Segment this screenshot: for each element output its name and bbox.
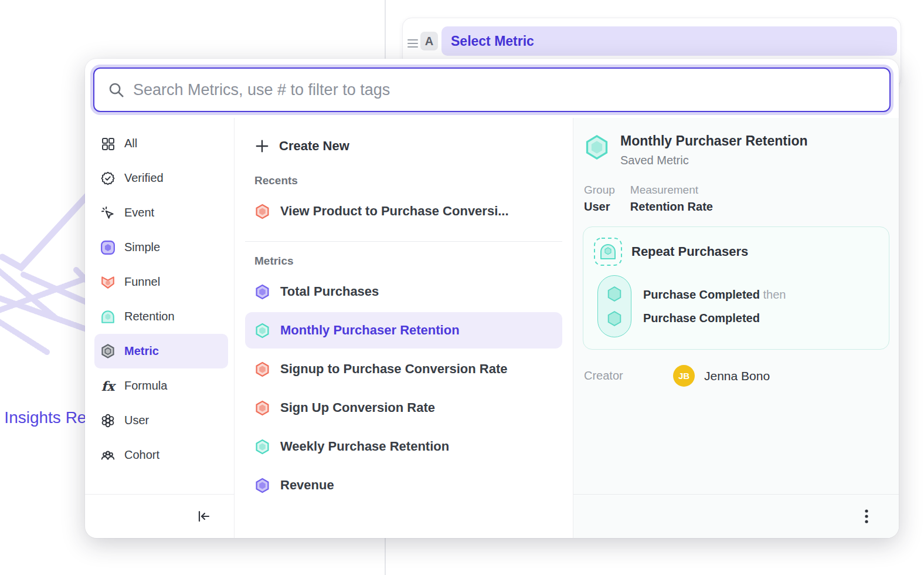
definition-step-1: Purchase Completed then — [643, 288, 786, 302]
cohort-icon — [100, 448, 116, 463]
metric-item-weekly-purchase-retention[interactable]: Weekly Purchase Retention — [245, 428, 562, 465]
metric-hexagon-icon — [254, 284, 270, 300]
group-label: Group — [584, 184, 615, 197]
metric-hexagon-icon — [254, 439, 270, 455]
creator-label: Creator — [584, 369, 673, 383]
sidebar-footer — [85, 494, 234, 538]
recent-metric-item[interactable]: View Product to Purchase Conversi... — [245, 193, 562, 229]
sidebar-item-label: All — [124, 137, 137, 150]
sidebar-item-label: Formula — [124, 379, 167, 393]
sidebar-item-metric[interactable]: Metric — [94, 334, 228, 368]
metric-hexagon-icon — [254, 478, 270, 493]
metric-item-signup-to-purchase-conversion-rate[interactable]: Signup to Purchase Conversion Rate — [245, 351, 562, 387]
retention-icon — [100, 309, 116, 324]
metric-definition-card: Repeat Purchasers Purchase Completed the… — [583, 226, 889, 350]
creator-row: Creator JB Jenna Bono — [573, 350, 899, 387]
metric-item-monthly-purchaser-retention[interactable]: Monthly Purchaser Retention — [245, 312, 562, 349]
sidebar-item-event[interactable]: Event — [94, 195, 228, 230]
sidebar-item-label: Funnel — [124, 275, 160, 289]
sidebar-item-label: Metric — [124, 344, 159, 358]
get-started-text: et started. — [0, 372, 87, 393]
sidebar-item-label: Event — [124, 206, 154, 219]
metric-item-sign-up-conversion-rate[interactable]: Sign Up Conversion Rate — [245, 390, 562, 426]
drag-handle-icon[interactable] — [407, 39, 418, 48]
kebab-menu-icon — [860, 509, 873, 524]
search-box[interactable] — [93, 67, 891, 112]
sidebar-item-label: Cohort — [124, 448, 159, 462]
detail-meta: Group User Measurement Retention Rate — [573, 167, 899, 214]
metric-hexagon-icon — [254, 323, 270, 339]
metric-item-label: Weekly Purchase Retention — [280, 439, 449, 454]
more-options-button[interactable] — [857, 505, 877, 527]
group-value: User — [584, 200, 615, 214]
recents-section-label: Recents — [254, 174, 573, 187]
definition-name: Repeat Purchasers — [631, 244, 748, 259]
metric-item-label: View Product to Purchase Conversi... — [280, 204, 509, 219]
sidebar-item-verified[interactable]: Verified — [94, 161, 228, 195]
metric-item-label: Sign Up Conversion Rate — [280, 400, 435, 415]
metric-icon — [100, 344, 116, 359]
saved-metric-hexagon-icon — [584, 134, 610, 160]
sidebar-item-label: Retention — [124, 310, 175, 323]
sidebar-item-cohort[interactable]: Cohort — [94, 438, 228, 472]
creator-name: Jenna Bono — [704, 369, 770, 383]
retention-steps-capsule-icon — [597, 275, 631, 337]
sidebar-item-funnel[interactable]: Funnel — [94, 265, 228, 299]
search-input[interactable] — [133, 72, 889, 107]
section-divider — [245, 241, 562, 242]
sidebar-item-label: Simple — [124, 241, 160, 254]
metric-hexagon-icon — [254, 361, 270, 377]
sidebar-item-simple[interactable]: Simple — [94, 230, 228, 265]
verified-badge-icon — [100, 171, 116, 186]
metric-item-revenue[interactable]: Revenue — [245, 467, 562, 503]
metric-item-label: Signup to Purchase Conversion Rate — [280, 361, 508, 377]
user-icon — [100, 413, 116, 428]
measurement-label: Measurement — [630, 184, 713, 197]
sidebar-item-all[interactable]: All — [94, 126, 228, 161]
funnel-metric-hexagon-icon — [254, 204, 270, 219]
definition-step-2: Purchase Completed — [643, 312, 786, 325]
then-label: then — [763, 288, 786, 301]
detail-header: Monthly Purchaser Retention Saved Metric — [573, 118, 899, 167]
metric-picker-modal: All Verified Event — [85, 59, 899, 538]
simple-icon — [100, 240, 116, 255]
retention-definition-icon — [593, 236, 623, 267]
metric-item-label: Monthly Purchaser Retention — [280, 323, 460, 338]
collapse-left-icon — [196, 509, 210, 523]
metric-item-label: Revenue — [280, 478, 334, 493]
create-new-label: Create New — [279, 138, 349, 154]
metric-item-total-purchases[interactable]: Total Purchases — [245, 273, 562, 310]
plus-icon — [254, 138, 270, 154]
collapse-sidebar-button[interactable] — [193, 506, 214, 527]
funnel-icon — [100, 275, 116, 290]
metric-list-panel: Create New Recents View Product to Purch… — [235, 118, 573, 538]
sidebar-item-user[interactable]: User — [94, 403, 228, 438]
create-new-button[interactable]: Create New — [245, 131, 562, 161]
sidebar-item-label: Verified — [124, 171, 164, 185]
sidebar-item-formula[interactable]: fx Formula — [94, 368, 228, 403]
sidebar-item-label: User — [124, 414, 149, 427]
formula-icon: fx — [100, 378, 116, 394]
type-filter-sidebar: All Verified Event — [85, 118, 235, 538]
detail-subtitle: Saved Metric — [620, 154, 807, 167]
metric-detail-panel: Monthly Purchaser Retention Saved Metric… — [573, 118, 899, 538]
measurement-value: Retention Rate — [630, 200, 713, 214]
search-icon — [107, 81, 125, 99]
detail-footer — [573, 494, 899, 538]
sidebar-item-retention[interactable]: Retention — [94, 299, 228, 334]
creator-avatar: JB — [673, 365, 695, 387]
select-metric-field[interactable]: Select Metric — [441, 26, 897, 56]
select-metric-label: Select Metric — [441, 33, 534, 49]
metrics-section-label: Metrics — [254, 255, 573, 268]
metric-hexagon-icon — [254, 400, 270, 416]
series-letter-badge: A — [420, 32, 438, 50]
search-zone — [85, 59, 899, 118]
event-cursor-icon — [100, 205, 116, 221]
detail-title: Monthly Purchaser Retention — [620, 133, 807, 149]
metric-item-label: Total Purchases — [280, 284, 379, 299]
grid-icon — [100, 136, 116, 151]
